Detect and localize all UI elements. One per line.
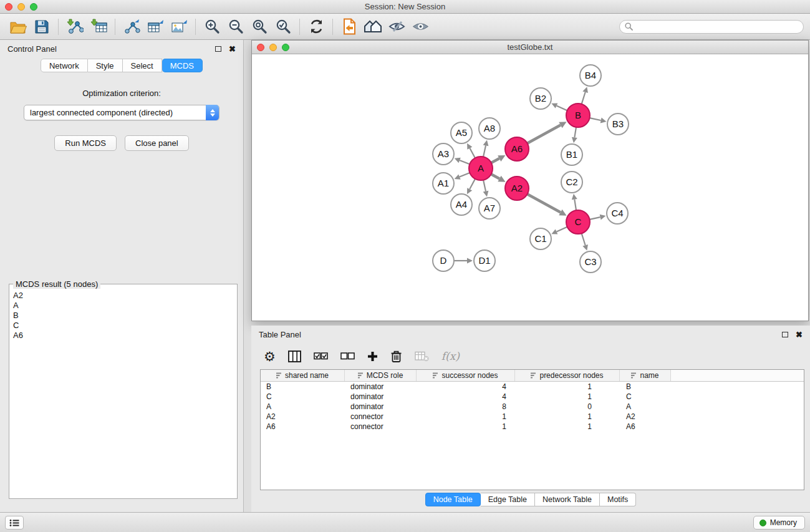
table-row[interactable]: A6connector11A6 (261, 422, 804, 432)
graph-edge-A6-B[interactable] (528, 125, 561, 143)
graph-node-A4[interactable]: A4 (451, 194, 472, 215)
graph-node-B3[interactable]: B3 (607, 114, 629, 135)
graph-edge-A-A8[interactable] (483, 145, 486, 157)
zoom-window-button[interactable] (30, 3, 37, 11)
graph-node-A8[interactable]: A8 (479, 118, 500, 139)
search-box[interactable] (619, 20, 804, 34)
graph-node-D1[interactable]: D1 (474, 250, 495, 271)
zoom-selected-button[interactable] (271, 16, 295, 37)
close-table-panel-icon[interactable]: ✖ (796, 331, 803, 339)
close-window-button[interactable] (5, 3, 12, 11)
function-builder-button[interactable]: f(x) (441, 350, 460, 362)
graph-node-C2[interactable]: C2 (561, 172, 582, 193)
tab-style[interactable]: Style (88, 59, 123, 72)
network-zoom-button[interactable] (282, 44, 289, 51)
close-panel-icon[interactable]: ✖ (229, 45, 236, 53)
memory-button[interactable]: Memory (753, 516, 805, 530)
graph-edge-B-B4[interactable] (582, 92, 586, 104)
graph-edge-B-B2[interactable] (557, 105, 567, 110)
hide-graphics-details-button[interactable] (385, 16, 408, 37)
table-row[interactable]: Bdominator41B (261, 382, 804, 392)
graph-node-A[interactable]: A (469, 157, 493, 180)
graph-edge-A-A5[interactable] (470, 148, 475, 158)
close-panel-button[interactable]: Close panel (125, 135, 189, 151)
column-header-name[interactable]: name (620, 370, 671, 381)
table-row[interactable]: Cdominator41C (261, 392, 804, 402)
delete-column-button[interactable] (390, 350, 402, 363)
graph-node-C1[interactable]: C1 (530, 228, 551, 249)
graph-node-C[interactable]: C (566, 210, 590, 234)
show-graphics-details-button[interactable] (408, 16, 432, 37)
result-item[interactable]: A6 (13, 331, 233, 341)
graph-edge-C-C3[interactable] (582, 233, 586, 245)
graph-edge-C-C1[interactable] (557, 227, 567, 232)
graph-node-B4[interactable]: B4 (580, 65, 601, 86)
graph-node-B[interactable]: B (566, 104, 590, 127)
import-network-from-file-button[interactable] (63, 16, 87, 37)
show-columns-button[interactable] (288, 351, 301, 362)
result-item[interactable]: C (13, 321, 233, 331)
network-canvas[interactable]: B4B2BB3A5A8A6A3B1AC2A1A2A4A7C4CC1C3DD1 (252, 54, 808, 321)
run-mcds-button[interactable]: Run MCDS (54, 135, 117, 151)
task-history-button[interactable] (5, 516, 24, 530)
graph-edge-B-B1[interactable] (574, 127, 576, 138)
graph-edge-C-C2[interactable] (574, 200, 576, 211)
result-item[interactable]: A (13, 301, 233, 311)
import-table-from-file-button[interactable] (87, 16, 110, 37)
graph-edge-A-A3[interactable] (460, 160, 470, 164)
refresh-button[interactable] (304, 16, 328, 37)
graph-node-A1[interactable]: A1 (433, 173, 454, 194)
optimization-criterion-dropdown[interactable]: largest connected component (directed) (24, 105, 219, 120)
graph-node-A7[interactable]: A7 (479, 198, 500, 219)
export-network-button[interactable] (120, 16, 143, 37)
export-image-button[interactable] (167, 16, 191, 37)
tab-network-table[interactable]: Network Table (535, 493, 600, 506)
graph-node-B1[interactable]: B1 (561, 144, 582, 165)
tab-node-table[interactable]: Node Table (425, 493, 481, 506)
open-session-file-button[interactable] (337, 16, 361, 37)
graph-edge-A-A4[interactable] (470, 179, 475, 190)
float-table-panel-icon[interactable] (782, 332, 788, 337)
network-close-button[interactable] (257, 44, 264, 51)
zoom-fit-button[interactable] (248, 16, 271, 37)
column-header-predecessor-nodes[interactable]: predecessor nodes (515, 370, 620, 381)
add-column-button[interactable] (367, 351, 378, 362)
export-table-button[interactable] (143, 16, 167, 37)
graph-edge-C-C4[interactable] (590, 217, 600, 220)
graph-node-A6[interactable]: A6 (505, 137, 529, 161)
column-header-shared-name[interactable]: shared name (261, 370, 345, 381)
tab-edge-table[interactable]: Edge Table (481, 493, 535, 506)
home-button[interactable] (361, 16, 385, 37)
open-file-button[interactable] (6, 16, 30, 37)
deselect-all-button[interactable] (340, 352, 355, 360)
float-panel-icon[interactable] (215, 46, 221, 52)
tab-motifs[interactable]: Motifs (600, 493, 636, 506)
graph-edge-A-A1[interactable] (460, 173, 470, 177)
graph-edge-B-B3[interactable] (590, 118, 601, 120)
search-input[interactable] (636, 22, 798, 31)
column-header-successor-nodes[interactable]: successor nodes (417, 370, 515, 381)
table-row[interactable]: A2connector11A2 (261, 412, 804, 422)
graph-node-A2[interactable]: A2 (505, 177, 529, 200)
graph-node-A5[interactable]: A5 (451, 122, 472, 143)
graph-node-A3[interactable]: A3 (433, 143, 454, 165)
graph-edge-A-A7[interactable] (483, 180, 486, 191)
result-item[interactable]: B (13, 311, 233, 321)
graph-edge-A-A2[interactable] (491, 174, 499, 178)
graph-node-C3[interactable]: C3 (580, 251, 601, 273)
tab-mcds[interactable]: MCDS (162, 59, 203, 72)
table-settings-button[interactable]: ⚙ (264, 350, 276, 363)
zoom-out-button[interactable] (224, 16, 248, 37)
tab-network[interactable]: Network (41, 59, 88, 72)
tab-select[interactable]: Select (123, 59, 162, 72)
graph-node-C4[interactable]: C4 (607, 203, 628, 224)
table-row[interactable]: Adominator80A (261, 402, 804, 412)
column-header-MCDS-role[interactable]: MCDS role (345, 370, 417, 381)
graph-edge-A-A6[interactable] (491, 158, 499, 163)
minimize-window-button[interactable] (17, 3, 25, 11)
graph-edge-A2-C[interactable] (528, 194, 561, 212)
graph-node-D[interactable]: D (433, 250, 454, 271)
zoom-in-button[interactable] (200, 16, 224, 37)
save-session-button[interactable] (30, 16, 54, 37)
network-minimize-button[interactable] (269, 44, 277, 51)
